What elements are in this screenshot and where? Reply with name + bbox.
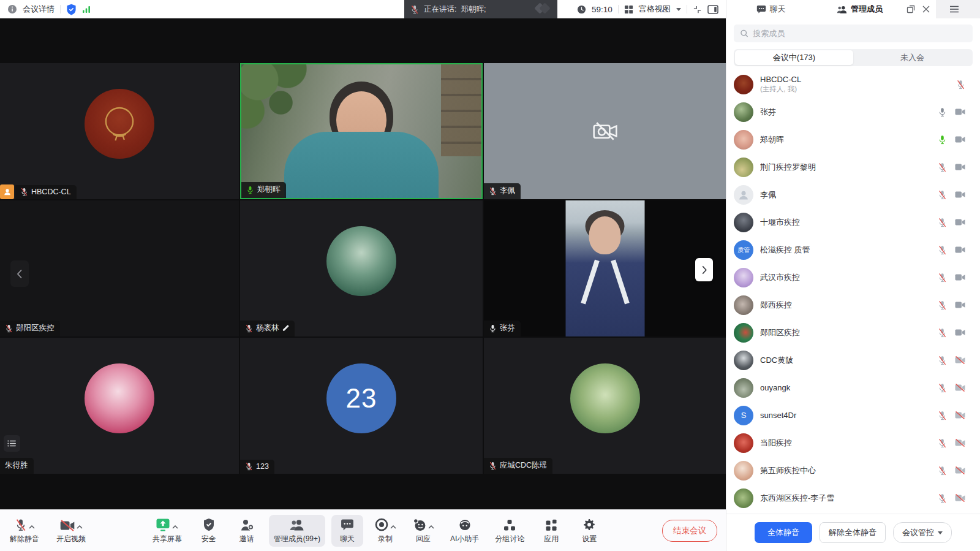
member-row[interactable]: 荆门疾控罗黎明: [726, 153, 980, 181]
camera-icon[interactable]: [955, 273, 965, 281]
member-row[interactable]: 第五师疾控中心: [726, 457, 980, 484]
video-tile-yingcheng[interactable]: 应城CDC陈瑶: [484, 338, 726, 474]
previous-page-arrow[interactable]: [10, 260, 29, 287]
mic-icon[interactable]: [938, 245, 947, 255]
camera-icon[interactable]: [955, 135, 965, 143]
exit-fullscreen-icon[interactable]: [693, 5, 702, 14]
segment-in-meeting[interactable]: 会议中(173): [735, 50, 853, 65]
member-row[interactable]: HBCDC-CL (主持人, 我): [726, 70, 980, 98]
segment-not-joined[interactable]: 未入会: [853, 50, 971, 65]
rename-pencil-icon[interactable]: [282, 325, 289, 332]
video-tile-hbcdc-cl[interactable]: HBCDC-CL: [0, 63, 239, 199]
share-screen-button[interactable]: 共享屏幕: [148, 515, 187, 547]
meeting-control-button[interactable]: 会议管控: [893, 522, 952, 543]
member-row[interactable]: 郑朝晖: [726, 126, 980, 153]
chevron-up-icon[interactable]: [172, 525, 178, 529]
reactions-button[interactable]: 回应: [407, 515, 439, 547]
video-tile-zhangfen[interactable]: 张芬: [484, 200, 726, 336]
tab-chat[interactable]: 聊天: [726, 0, 815, 18]
camera-icon[interactable]: [955, 163, 965, 171]
ai-assistant-button[interactable]: AI小助手: [445, 515, 484, 547]
camera-icon[interactable]: [955, 439, 965, 447]
start-video-button[interactable]: 开启视频: [51, 515, 91, 547]
mic-icon[interactable]: [938, 438, 947, 448]
next-page-arrow[interactable]: [695, 258, 713, 281]
member-row[interactable]: 李佩: [726, 181, 980, 208]
mic-muted-icon: [15, 519, 27, 531]
tile-list-menu-button[interactable]: [4, 435, 20, 452]
breakout-rooms-button[interactable]: 分组讨论: [490, 515, 529, 547]
menu-icon[interactable]: [949, 6, 959, 13]
video-tile-zhengzhaohui[interactable]: 郑朝晖: [240, 63, 483, 199]
member-row[interactable]: S sunset4Dr: [726, 401, 980, 429]
camera-icon[interactable]: [955, 329, 965, 336]
mic-icon[interactable]: [938, 107, 947, 117]
tab-manage-members[interactable]: 管理成员: [815, 0, 904, 18]
invite-button[interactable]: 邀请: [231, 515, 263, 547]
member-row[interactable]: 东西湖区疾控-李子雪: [726, 484, 980, 512]
meeting-details-link[interactable]: 会议详情: [23, 4, 55, 15]
unmute-button[interactable]: 解除静音: [5, 515, 44, 547]
signal-bars-icon[interactable]: [82, 5, 91, 13]
chevron-up-icon[interactable]: [29, 525, 35, 529]
camera-icon[interactable]: [955, 218, 965, 226]
mic-icon[interactable]: [956, 80, 965, 89]
video-tile-zhudesheng[interactable]: 朱得胜: [0, 338, 239, 474]
mic-icon[interactable]: [938, 218, 947, 227]
camera-icon[interactable]: [955, 108, 965, 116]
camera-icon[interactable]: [955, 301, 965, 309]
member-row[interactable]: 张芬: [726, 98, 980, 126]
mic-icon[interactable]: [938, 300, 947, 310]
mic-icon[interactable]: [938, 273, 947, 283]
view-mode-selector[interactable]: 宫格视图: [639, 4, 671, 15]
member-row[interactable]: ouyangk: [726, 374, 980, 401]
camera-icon[interactable]: [955, 494, 965, 502]
mic-icon[interactable]: [938, 493, 947, 503]
mic-icon[interactable]: [938, 383, 947, 393]
apps-button[interactable]: 应用: [535, 515, 567, 547]
mic-icon[interactable]: [938, 466, 947, 476]
close-panel-icon[interactable]: [922, 6, 930, 13]
mic-icon[interactable]: [938, 411, 947, 420]
record-button[interactable]: 录制: [369, 515, 401, 547]
popout-panel-icon[interactable]: [907, 5, 915, 13]
mic-icon[interactable]: [938, 328, 947, 338]
member-search-box[interactable]: [734, 25, 973, 42]
member-list[interactable]: HBCDC-CL (主持人, 我) 张芬: [726, 70, 980, 514]
member-row[interactable]: CDC黄陂: [726, 346, 980, 374]
chat-button[interactable]: 聊天: [331, 515, 363, 547]
manage-members-button[interactable]: 管理成员(99+): [269, 515, 325, 547]
search-input[interactable]: [753, 29, 967, 38]
chevron-up-icon[interactable]: [428, 525, 434, 529]
settings-button[interactable]: 设置: [573, 515, 605, 547]
security-button[interactable]: 安全: [193, 515, 225, 547]
member-row[interactable]: 武汉市疾控: [726, 264, 980, 291]
mic-icon[interactable]: [938, 355, 947, 365]
member-row[interactable]: 十堰市疾控: [726, 208, 980, 236]
member-row[interactable]: 质管 松滋疾控 质管: [726, 236, 980, 264]
mic-icon[interactable]: [938, 190, 947, 200]
camera-icon[interactable]: [955, 246, 965, 254]
side-panel-layout-icon[interactable]: [707, 5, 718, 14]
camera-icon[interactable]: [955, 466, 965, 474]
chevron-up-icon[interactable]: [77, 525, 83, 529]
video-tile-yangmaolin[interactable]: 杨袤林: [240, 200, 483, 336]
video-tile-lipei[interactable]: 李佩: [484, 63, 726, 199]
camera-icon[interactable]: [955, 384, 965, 392]
mute-all-button[interactable]: 全体静音: [755, 522, 812, 543]
unmute-all-button[interactable]: 解除全体静音: [820, 522, 886, 543]
chevron-up-icon[interactable]: [390, 525, 396, 529]
camera-icon[interactable]: [955, 411, 965, 419]
camera-icon[interactable]: [955, 356, 965, 364]
camera-icon[interactable]: [955, 191, 965, 199]
chevron-down-icon: [676, 8, 681, 11]
member-row[interactable]: 郧西疾控: [726, 291, 980, 319]
end-meeting-button[interactable]: 结束会议: [662, 520, 717, 542]
video-tile-yunyangqu[interactable]: 郧阳区疾控: [0, 200, 239, 336]
mic-icon[interactable]: [938, 135, 947, 145]
mic-icon[interactable]: [938, 162, 947, 172]
member-row[interactable]: 当阳疾控: [726, 429, 980, 457]
security-shield-icon[interactable]: [66, 4, 77, 15]
member-row[interactable]: 郧阳区疾控: [726, 319, 980, 346]
video-tile-123[interactable]: 23 123: [240, 338, 483, 474]
